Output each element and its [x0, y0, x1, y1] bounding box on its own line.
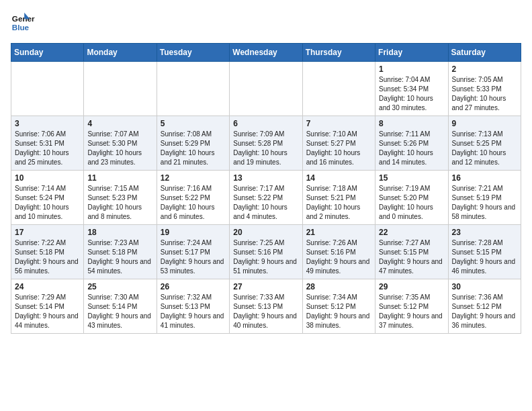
- day-number: 24: [15, 282, 80, 291]
- day-info: Sunrise: 7:22 AM Sunset: 5:18 PM Dayligh…: [15, 238, 80, 276]
- svg-text:General: General: [12, 14, 35, 23]
- day-number: 16: [452, 173, 517, 183]
- calendar-cell: 22Sunrise: 7:27 AM Sunset: 5:15 PM Dayli…: [375, 225, 448, 279]
- day-info: Sunrise: 7:18 AM Sunset: 5:21 PM Dayligh…: [306, 184, 371, 222]
- page-header: General Blue: [11, 11, 521, 35]
- calendar-cell: 27Sunrise: 7:33 AM Sunset: 5:13 PM Dayli…: [230, 279, 302, 334]
- day-number: 12: [161, 173, 226, 183]
- day-number: 8: [379, 119, 444, 128]
- day-info: Sunrise: 7:19 AM Sunset: 5:20 PM Dayligh…: [379, 184, 444, 222]
- day-info: Sunrise: 7:32 AM Sunset: 5:13 PM Dayligh…: [161, 293, 226, 330]
- calendar-header-row: SundayMondayTuesdayWednesdayThursdayFrid…: [11, 44, 521, 62]
- day-number: 1: [379, 64, 444, 74]
- day-number: 10: [15, 173, 80, 183]
- calendar-cell: [157, 62, 229, 116]
- day-number: 13: [233, 173, 298, 183]
- day-info: Sunrise: 7:11 AM Sunset: 5:26 PM Dayligh…: [379, 130, 444, 167]
- day-number: 2: [452, 64, 517, 74]
- calendar-cell: 28Sunrise: 7:34 AM Sunset: 5:12 PM Dayli…: [302, 279, 375, 334]
- day-info: Sunrise: 7:36 AM Sunset: 5:12 PM Dayligh…: [452, 293, 517, 330]
- day-number: 29: [379, 282, 444, 291]
- day-info: Sunrise: 7:28 AM Sunset: 5:15 PM Dayligh…: [452, 238, 517, 276]
- day-number: 27: [233, 282, 298, 291]
- day-info: Sunrise: 7:35 AM Sunset: 5:12 PM Dayligh…: [379, 293, 444, 330]
- day-number: 23: [452, 228, 517, 237]
- day-info: Sunrise: 7:33 AM Sunset: 5:13 PM Dayligh…: [233, 293, 298, 330]
- day-number: 28: [306, 282, 371, 291]
- day-info: Sunrise: 7:25 AM Sunset: 5:16 PM Dayligh…: [233, 238, 298, 276]
- day-header-wednesday: Wednesday: [230, 44, 302, 62]
- day-info: Sunrise: 7:07 AM Sunset: 5:30 PM Dayligh…: [87, 130, 152, 167]
- calendar-cell: [230, 62, 302, 116]
- day-number: 9: [452, 119, 517, 128]
- calendar-cell: 11Sunrise: 7:15 AM Sunset: 5:23 PM Dayli…: [84, 171, 157, 225]
- day-info: Sunrise: 7:15 AM Sunset: 5:23 PM Dayligh…: [87, 184, 152, 222]
- day-info: Sunrise: 7:13 AM Sunset: 5:25 PM Dayligh…: [452, 130, 517, 167]
- calendar-cell: 3Sunrise: 7:06 AM Sunset: 5:31 PM Daylig…: [11, 116, 84, 171]
- calendar-week-3: 10Sunrise: 7:14 AM Sunset: 5:24 PM Dayli…: [11, 171, 521, 225]
- calendar-cell: 26Sunrise: 7:32 AM Sunset: 5:13 PM Dayli…: [157, 279, 229, 334]
- day-header-tuesday: Tuesday: [157, 44, 229, 62]
- calendar-cell: 8Sunrise: 7:11 AM Sunset: 5:26 PM Daylig…: [375, 116, 448, 171]
- calendar-cell: 21Sunrise: 7:26 AM Sunset: 5:16 PM Dayli…: [302, 225, 375, 279]
- day-info: Sunrise: 7:29 AM Sunset: 5:14 PM Dayligh…: [15, 293, 80, 330]
- day-number: 5: [161, 119, 226, 128]
- calendar-cell: 13Sunrise: 7:17 AM Sunset: 5:22 PM Dayli…: [230, 171, 302, 225]
- calendar-cell: [84, 62, 157, 116]
- calendar-cell: 16Sunrise: 7:21 AM Sunset: 5:19 PM Dayli…: [448, 171, 521, 225]
- calendar-cell: 7Sunrise: 7:10 AM Sunset: 5:27 PM Daylig…: [302, 116, 375, 171]
- calendar-cell: 20Sunrise: 7:25 AM Sunset: 5:16 PM Dayli…: [230, 225, 302, 279]
- day-info: Sunrise: 7:27 AM Sunset: 5:15 PM Dayligh…: [379, 238, 444, 276]
- calendar-table: SundayMondayTuesdayWednesdayThursdayFrid…: [11, 43, 521, 334]
- day-info: Sunrise: 7:14 AM Sunset: 5:24 PM Dayligh…: [15, 184, 80, 222]
- day-number: 6: [233, 119, 298, 128]
- calendar-cell: 18Sunrise: 7:23 AM Sunset: 5:18 PM Dayli…: [84, 225, 157, 279]
- day-header-sunday: Sunday: [11, 44, 84, 62]
- day-number: 4: [87, 119, 152, 128]
- day-number: 25: [87, 282, 152, 291]
- day-info: Sunrise: 7:30 AM Sunset: 5:14 PM Dayligh…: [87, 293, 152, 330]
- day-info: Sunrise: 7:05 AM Sunset: 5:33 PM Dayligh…: [452, 75, 517, 113]
- day-number: 17: [15, 228, 80, 237]
- calendar-cell: 29Sunrise: 7:35 AM Sunset: 5:12 PM Dayli…: [375, 279, 448, 334]
- day-number: 7: [306, 119, 371, 128]
- calendar-cell: 10Sunrise: 7:14 AM Sunset: 5:24 PM Dayli…: [11, 171, 84, 225]
- calendar-cell: 5Sunrise: 7:08 AM Sunset: 5:29 PM Daylig…: [157, 116, 229, 171]
- day-info: Sunrise: 7:34 AM Sunset: 5:12 PM Dayligh…: [306, 293, 371, 330]
- calendar-cell: 25Sunrise: 7:30 AM Sunset: 5:14 PM Dayli…: [84, 279, 157, 334]
- day-info: Sunrise: 7:08 AM Sunset: 5:29 PM Dayligh…: [161, 130, 226, 167]
- day-header-monday: Monday: [84, 44, 157, 62]
- day-header-thursday: Thursday: [302, 44, 375, 62]
- day-info: Sunrise: 7:16 AM Sunset: 5:22 PM Dayligh…: [161, 184, 226, 222]
- day-number: 18: [87, 228, 152, 237]
- logo: General Blue: [11, 11, 39, 35]
- day-info: Sunrise: 7:06 AM Sunset: 5:31 PM Dayligh…: [15, 130, 80, 167]
- day-header-saturday: Saturday: [448, 44, 521, 62]
- calendar-cell: 17Sunrise: 7:22 AM Sunset: 5:18 PM Dayli…: [11, 225, 84, 279]
- day-info: Sunrise: 7:09 AM Sunset: 5:28 PM Dayligh…: [233, 130, 298, 167]
- day-number: 14: [306, 173, 371, 183]
- day-number: 26: [161, 282, 226, 291]
- day-info: Sunrise: 7:26 AM Sunset: 5:16 PM Dayligh…: [306, 238, 371, 276]
- calendar-cell: 23Sunrise: 7:28 AM Sunset: 5:15 PM Dayli…: [448, 225, 521, 279]
- calendar-cell: [11, 62, 84, 116]
- day-header-friday: Friday: [375, 44, 448, 62]
- calendar-cell: [302, 62, 375, 116]
- logo-icon: General Blue: [11, 11, 35, 35]
- day-number: 22: [379, 228, 444, 237]
- calendar-cell: 14Sunrise: 7:18 AM Sunset: 5:21 PM Dayli…: [302, 171, 375, 225]
- calendar-week-2: 3Sunrise: 7:06 AM Sunset: 5:31 PM Daylig…: [11, 116, 521, 171]
- day-number: 15: [379, 173, 444, 183]
- day-number: 21: [306, 228, 371, 237]
- day-info: Sunrise: 7:23 AM Sunset: 5:18 PM Dayligh…: [87, 238, 152, 276]
- calendar-cell: 2Sunrise: 7:05 AM Sunset: 5:33 PM Daylig…: [448, 62, 521, 116]
- calendar-cell: 4Sunrise: 7:07 AM Sunset: 5:30 PM Daylig…: [84, 116, 157, 171]
- day-number: 3: [15, 119, 80, 128]
- day-number: 19: [161, 228, 226, 237]
- day-info: Sunrise: 7:10 AM Sunset: 5:27 PM Dayligh…: [306, 130, 371, 167]
- svg-text:Blue: Blue: [12, 23, 30, 32]
- day-info: Sunrise: 7:04 AM Sunset: 5:34 PM Dayligh…: [379, 75, 444, 113]
- day-info: Sunrise: 7:21 AM Sunset: 5:19 PM Dayligh…: [452, 184, 517, 222]
- calendar-cell: 30Sunrise: 7:36 AM Sunset: 5:12 PM Dayli…: [448, 279, 521, 334]
- calendar-cell: 1Sunrise: 7:04 AM Sunset: 5:34 PM Daylig…: [375, 62, 448, 116]
